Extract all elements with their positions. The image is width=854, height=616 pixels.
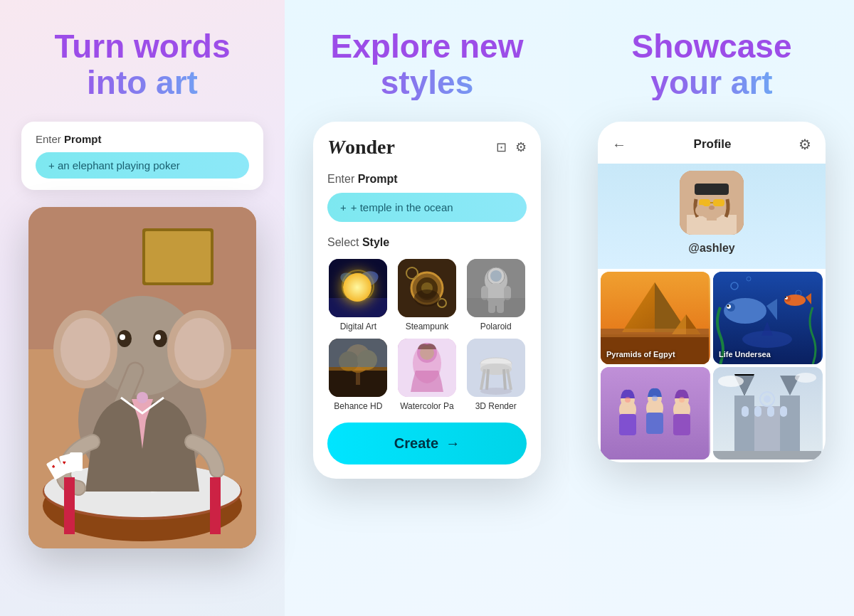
panel3-headline-line2: your art bbox=[632, 65, 792, 101]
prompt-label-panel1: Enter Prompt bbox=[36, 133, 249, 145]
svg-rect-30 bbox=[64, 477, 75, 534]
create-button[interactable]: Create → bbox=[327, 423, 527, 464]
style-item-behance[interactable]: Behance HD bbox=[327, 339, 389, 411]
svg-rect-138 bbox=[713, 451, 821, 460]
style-name-polaroid: Polaroid bbox=[480, 322, 512, 331]
svg-rect-115 bbox=[619, 414, 636, 435]
svg-rect-69 bbox=[398, 339, 456, 397]
panel1-headline-line1: Turn words bbox=[54, 28, 230, 65]
style-item-steampunk[interactable]: Steampunk bbox=[396, 259, 458, 331]
svg-point-23 bbox=[120, 334, 125, 340]
svg-rect-63 bbox=[329, 339, 387, 367]
gallery-caption-undersea: Life Undersea bbox=[719, 350, 817, 359]
gallery-item-cathedral[interactable] bbox=[713, 367, 823, 460]
svg-point-50 bbox=[490, 270, 502, 282]
svg-point-124 bbox=[679, 397, 685, 403]
svg-rect-87 bbox=[713, 199, 724, 206]
svg-point-140 bbox=[795, 373, 816, 383]
panel2-headline: Explore new styles bbox=[331, 28, 524, 100]
username: @ashley bbox=[688, 242, 734, 255]
gallery-item-anime[interactable] bbox=[601, 367, 710, 460]
svg-rect-27 bbox=[70, 452, 83, 471]
svg-rect-38 bbox=[329, 298, 387, 317]
wonder-prompt-label: Enter Prompt bbox=[327, 173, 527, 186]
wonder-header: Wonder ⊡ ⚙ bbox=[327, 136, 527, 159]
style-thumb-polaroid bbox=[467, 259, 525, 317]
style-thumb-behance bbox=[329, 339, 387, 397]
svg-point-46 bbox=[416, 277, 438, 300]
style-thumb-digital bbox=[329, 259, 387, 317]
svg-rect-85 bbox=[695, 184, 729, 195]
profile-title: Profile bbox=[694, 137, 732, 152]
style-thumb-watercolor bbox=[398, 339, 456, 397]
svg-point-32 bbox=[137, 392, 148, 403]
gallery-item-undersea[interactable]: Life Undersea bbox=[713, 272, 823, 364]
style-item-digital-art[interactable]: Digital Art bbox=[327, 259, 389, 331]
profile-header-bar: ← Profile ⚙ bbox=[598, 122, 826, 164]
style-item-polaroid[interactable]: Polaroid bbox=[465, 259, 527, 331]
style-name-watercolor: Watercolor Pa bbox=[400, 401, 454, 411]
style-label: Select Style bbox=[327, 236, 527, 249]
svg-point-139 bbox=[718, 376, 744, 387]
style-thumb-3drender bbox=[467, 339, 525, 397]
style-item-watercolor[interactable]: Watercolor Pa bbox=[396, 339, 458, 411]
profile-avatar-section: @ashley bbox=[598, 164, 826, 269]
svg-point-137 bbox=[764, 395, 771, 403]
image-icon[interactable]: ⊡ bbox=[496, 139, 507, 155]
gallery-grid: Pyramids of Egpyt bbox=[598, 269, 826, 462]
svg-rect-31 bbox=[210, 477, 221, 534]
panel3-headline-line1: Showcase bbox=[632, 28, 792, 65]
svg-point-24 bbox=[155, 334, 161, 340]
settings-icon[interactable]: ⚙ bbox=[515, 139, 527, 155]
svg-rect-3 bbox=[145, 231, 211, 282]
svg-rect-133 bbox=[754, 406, 761, 417]
style-thumb-steampunk bbox=[398, 259, 456, 317]
prompt-input-panel1[interactable]: + an elephant playing poker bbox=[36, 152, 249, 179]
svg-point-123 bbox=[652, 395, 658, 401]
style-name-behance: Behance HD bbox=[334, 401, 382, 411]
svg-rect-121 bbox=[673, 414, 690, 435]
svg-rect-135 bbox=[780, 406, 787, 417]
panel2-headline-line1: Explore new bbox=[331, 28, 524, 65]
panel-showcase-art: Showcase your art ← Profile ⚙ bbox=[569, 0, 854, 616]
svg-point-110 bbox=[785, 297, 786, 298]
avatar bbox=[680, 171, 744, 235]
svg-rect-127 bbox=[734, 395, 754, 460]
elephant-background: ♠ ♥ bbox=[28, 207, 256, 548]
style-item-3drender[interactable]: 3D Render bbox=[465, 339, 527, 411]
panel1-headline-line2: into art bbox=[54, 65, 230, 101]
svg-rect-64 bbox=[329, 367, 387, 371]
wonder-prompt-input[interactable]: + + temple in the ocean bbox=[327, 193, 527, 222]
svg-rect-56 bbox=[467, 298, 525, 317]
panel2-headline-line2: styles bbox=[331, 65, 524, 101]
back-button[interactable]: ← bbox=[612, 137, 626, 153]
svg-point-122 bbox=[625, 397, 631, 403]
svg-point-19 bbox=[60, 318, 110, 381]
svg-rect-118 bbox=[646, 413, 663, 434]
style-grid: Digital Art bbox=[327, 259, 527, 411]
svg-rect-98 bbox=[601, 329, 709, 337]
svg-rect-132 bbox=[742, 406, 749, 417]
gallery-caption-pyramids: Pyramids of Egpyt bbox=[606, 350, 705, 359]
phone-mockup-elephant: ♠ ♥ bbox=[28, 207, 256, 548]
svg-line-76 bbox=[487, 369, 488, 390]
svg-point-20 bbox=[174, 318, 224, 381]
panel1-headline: Turn words into art bbox=[54, 28, 230, 100]
svg-point-89 bbox=[709, 206, 715, 210]
wonder-app-phone: Wonder ⊡ ⚙ Enter Prompt + + temple in th… bbox=[313, 122, 541, 479]
panel-explore-styles: Explore new styles Wonder ⊡ ⚙ Enter Prom… bbox=[285, 0, 569, 616]
panel3-headline: Showcase your art bbox=[632, 28, 792, 100]
style-name-digital: Digital Art bbox=[340, 322, 376, 331]
gear-icon[interactable]: ⚙ bbox=[798, 136, 811, 153]
svg-line-77 bbox=[504, 369, 505, 390]
svg-point-90 bbox=[695, 205, 707, 216]
gallery-item-pyramids[interactable]: Pyramids of Egpyt bbox=[601, 272, 710, 364]
panel-words-into-art: Turn words into art Enter Prompt + an el… bbox=[0, 0, 285, 616]
style-name-steampunk: Steampunk bbox=[406, 322, 449, 331]
svg-rect-128 bbox=[780, 395, 800, 460]
profile-phone: ← Profile ⚙ bbox=[598, 122, 826, 462]
svg-point-78 bbox=[480, 388, 512, 395]
wonder-logo: Wonder bbox=[327, 136, 395, 159]
wonder-header-icons: ⊡ ⚙ bbox=[496, 139, 527, 155]
svg-point-106 bbox=[727, 305, 729, 307]
